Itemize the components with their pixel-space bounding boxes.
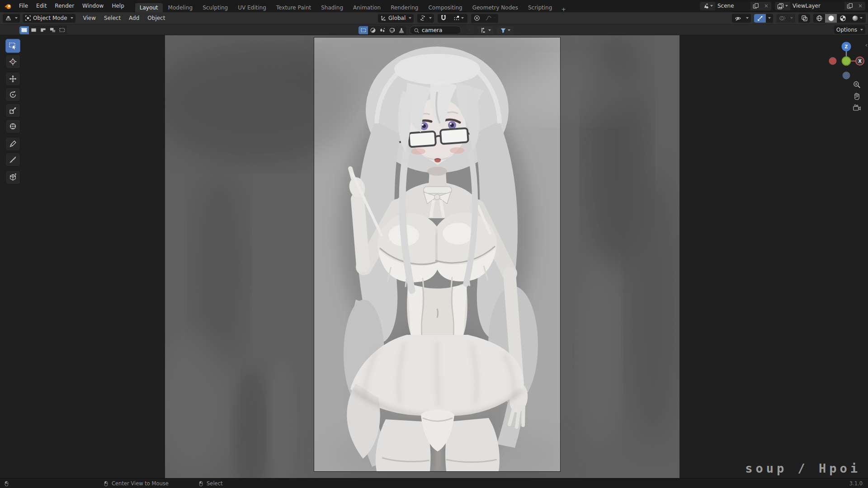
tool-scale[interactable] (5, 103, 20, 117)
view-layer-name-field[interactable]: ViewLayer (790, 2, 844, 10)
mode-dropdown[interactable]: Object Mode (23, 14, 75, 23)
options-dropdown[interactable]: Options (834, 25, 865, 34)
blender-window: File Edit Render Window Help Layout Mode… (0, 0, 868, 488)
shading-solid-button[interactable] (825, 14, 837, 23)
tool-move[interactable] (5, 72, 20, 86)
gizmo-x-label: X (858, 59, 862, 64)
tab-layout[interactable]: Layout (135, 3, 163, 13)
add-workspace-button[interactable]: + (557, 6, 570, 13)
shading-material-button[interactable] (837, 14, 849, 23)
camera-search-input[interactable] (422, 27, 458, 33)
tool-select-box[interactable] (5, 39, 20, 53)
visibility-group (732, 14, 751, 23)
gizmo-y-axis[interactable] (842, 57, 851, 66)
scene-copy-button[interactable] (750, 2, 761, 10)
tool-add-cube[interactable] (5, 170, 20, 184)
tool-rotate[interactable] (5, 88, 20, 102)
proportional-edit-toggle[interactable] (471, 14, 483, 23)
scene-unlink-button[interactable] (761, 2, 771, 10)
scene-browse-button[interactable] (700, 2, 715, 10)
view-layer-selector: ViewLayer (775, 2, 865, 10)
passepartout-right (560, 38, 679, 471)
blender-logo-icon[interactable] (0, 2, 15, 10)
tab-scripting[interactable]: Scripting (524, 3, 557, 13)
tab-compositing[interactable]: Compositing (424, 3, 467, 13)
viewport-pan-icon[interactable] (853, 92, 861, 102)
orientation-dropdown[interactable]: Global (378, 14, 414, 23)
show-gizmo-toggle[interactable] (754, 14, 766, 23)
menu-edit[interactable]: Edit (32, 3, 51, 9)
menu-select[interactable]: Select (100, 15, 125, 21)
view-layer-copy-button[interactable] (844, 2, 855, 10)
half-sphere-filter-icon[interactable] (368, 26, 377, 34)
display-toggles-cluster (732, 14, 866, 23)
editor-type-button[interactable] (3, 14, 20, 23)
menu-help[interactable]: Help (108, 3, 128, 9)
shading-rendered-button[interactable] (849, 14, 866, 23)
navigation-gizmo[interactable]: Z X (827, 39, 865, 80)
select-mode-intersect-button[interactable] (57, 26, 67, 34)
status-mouse-icon (4, 479, 9, 488)
tab-geometry-nodes[interactable]: Geometry Nodes (468, 3, 523, 13)
gizmo-dropdown[interactable] (766, 14, 773, 23)
collapsed-dropdown-disabled (465, 26, 474, 34)
world-filter-icon[interactable] (387, 26, 396, 34)
gizmo-x-neg-axis[interactable] (829, 57, 837, 65)
snap-toggle-magnet-icon[interactable] (438, 14, 449, 23)
object-visibility-icon[interactable] (732, 14, 744, 23)
proportional-falloff-dropdown[interactable] (483, 14, 498, 23)
menu-window[interactable]: Window (78, 3, 108, 9)
view-layer-browse-button[interactable] (775, 2, 790, 10)
gizmo-z-neg-axis[interactable] (843, 72, 850, 80)
menu-file[interactable]: File (15, 3, 32, 9)
proportional-edit-group (471, 14, 498, 23)
viewport-camera-view-icon[interactable] (853, 104, 861, 113)
xray-toggle[interactable] (798, 14, 810, 23)
tab-animation[interactable]: Animation (349, 3, 385, 13)
select-mode-set-button[interactable] (19, 26, 29, 34)
view-layer-remove-button[interactable] (855, 2, 865, 10)
transform-snap-cluster: Global (378, 14, 498, 23)
camera-frame (314, 38, 560, 471)
pivot-point-dropdown[interactable] (417, 14, 434, 23)
tab-sculpting[interactable]: Sculpting (198, 3, 232, 13)
select-mode-subtract-button[interactable] (38, 26, 48, 34)
menu-object[interactable]: Object (143, 15, 169, 21)
filter-funnel-dropdown[interactable] (497, 26, 513, 34)
render-backdrop (165, 35, 679, 478)
visibility-dropdown[interactable] (744, 14, 751, 23)
tool-cursor[interactable] (5, 55, 20, 69)
tab-texture-paint[interactable]: Texture Paint (272, 3, 316, 13)
snap-group (438, 14, 467, 23)
select-mode-extend-button[interactable] (29, 26, 38, 34)
filter-cluster (359, 26, 513, 35)
tab-modeling[interactable]: Modeling (164, 3, 198, 13)
viewport-3d[interactable]: Z X ‹ soup / Hpoi (0, 35, 868, 478)
tool-measure[interactable] (5, 153, 20, 167)
tab-rendering[interactable]: Rendering (386, 3, 423, 13)
show-overlays-toggle[interactable] (776, 14, 788, 23)
select-mode-difference-button[interactable] (48, 26, 57, 34)
overlays-dropdown[interactable] (788, 14, 795, 23)
stamp-filter-icon[interactable] (396, 26, 406, 34)
scene-selector: Scene (700, 2, 771, 10)
gizmo-z-label: Z (844, 44, 848, 49)
figure-render (314, 38, 560, 471)
tab-shading[interactable]: Shading (316, 3, 348, 13)
region-filter-icon[interactable] (359, 26, 368, 34)
sort-options-dropdown[interactable] (478, 26, 493, 34)
tool-annotate[interactable] (5, 137, 20, 151)
menu-render[interactable]: Render (51, 3, 78, 9)
menu-view[interactable]: View (79, 15, 100, 21)
search-box (410, 26, 461, 35)
tab-uv-editing[interactable]: UV Editing (233, 3, 271, 13)
scene-name-field[interactable]: Scene (715, 2, 750, 10)
snap-target-dropdown[interactable] (449, 14, 467, 23)
viewport-zoom-icon[interactable] (853, 80, 861, 90)
shading-wireframe-button[interactable] (813, 14, 825, 23)
menu-add[interactable]: Add (125, 15, 143, 21)
fluid-filter-icon[interactable] (377, 26, 387, 34)
filter-icon-group (359, 26, 406, 35)
tool-transform[interactable] (5, 119, 20, 133)
sidebar-collapse-arrow[interactable]: ‹ (865, 42, 868, 48)
